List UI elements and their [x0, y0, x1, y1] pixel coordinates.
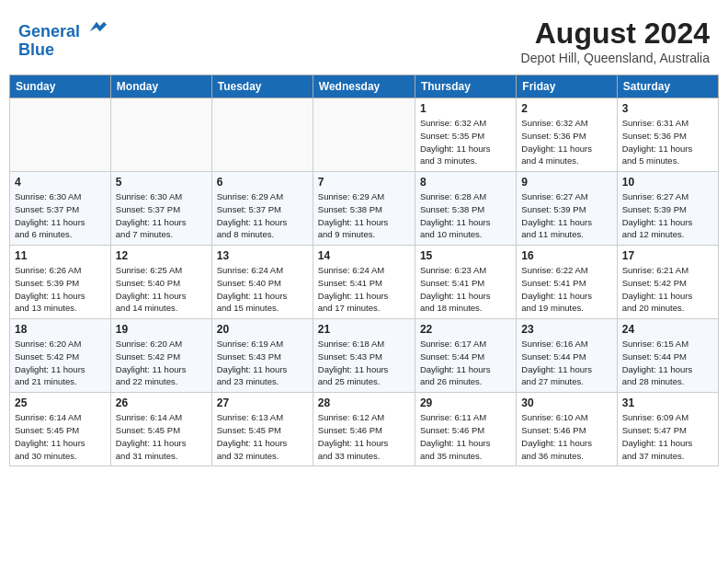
calendar-week-2: 4Sunrise: 6:30 AMSunset: 5:37 PMDaylight… — [10, 172, 719, 246]
weekday-header-thursday: Thursday — [415, 75, 516, 98]
day-number: 21 — [318, 323, 410, 336]
day-number: 24 — [622, 323, 713, 336]
day-number: 15 — [420, 249, 511, 262]
calendar-week-5: 25Sunrise: 6:14 AMSunset: 5:45 PMDayligh… — [10, 393, 719, 466]
day-info: Sunrise: 6:13 AMSunset: 5:45 PMDaylight:… — [217, 411, 308, 462]
calendar-cell: 19Sunrise: 6:20 AMSunset: 5:42 PMDayligh… — [110, 319, 211, 393]
calendar-cell: 11Sunrise: 6:26 AMSunset: 5:39 PMDayligh… — [10, 246, 111, 319]
calendar-cell: 24Sunrise: 6:15 AMSunset: 5:44 PMDayligh… — [617, 319, 718, 393]
day-info: Sunrise: 6:24 AMSunset: 5:40 PMDaylight:… — [217, 264, 308, 315]
logo-bird-icon — [86, 17, 107, 37]
calendar-cell: 5Sunrise: 6:30 AMSunset: 5:37 PMDaylight… — [110, 172, 211, 246]
weekday-header-friday: Friday — [517, 75, 617, 98]
calendar-cell: 14Sunrise: 6:24 AMSunset: 5:41 PMDayligh… — [313, 246, 415, 319]
calendar-cell: 17Sunrise: 6:21 AMSunset: 5:42 PMDayligh… — [617, 246, 718, 319]
day-info: Sunrise: 6:19 AMSunset: 5:43 PMDaylight:… — [217, 338, 308, 388]
day-info: Sunrise: 6:14 AMSunset: 5:45 PMDaylight:… — [116, 411, 207, 462]
weekday-header-wednesday: Wednesday — [313, 75, 415, 98]
day-number: 18 — [15, 323, 106, 336]
month-title: August 2024 — [521, 17, 710, 51]
day-info: Sunrise: 6:32 AMSunset: 5:36 PMDaylight:… — [521, 117, 611, 167]
day-number: 28 — [318, 396, 410, 409]
day-number: 10 — [622, 176, 713, 189]
day-info: Sunrise: 6:11 AMSunset: 5:46 PMDaylight:… — [420, 411, 511, 462]
calendar-cell: 9Sunrise: 6:27 AMSunset: 5:39 PMDaylight… — [517, 172, 617, 246]
calendar-cell — [110, 98, 211, 172]
weekday-header-tuesday: Tuesday — [211, 75, 313, 98]
day-number: 11 — [15, 249, 106, 262]
calendar-cell — [10, 98, 111, 172]
calendar-cell: 20Sunrise: 6:19 AMSunset: 5:43 PMDayligh… — [211, 319, 313, 393]
calendar-cell: 27Sunrise: 6:13 AMSunset: 5:45 PMDayligh… — [211, 393, 313, 466]
calendar-cell — [313, 98, 415, 172]
calendar-cell: 12Sunrise: 6:25 AMSunset: 5:40 PMDayligh… — [110, 246, 211, 319]
day-info: Sunrise: 6:15 AMSunset: 5:44 PMDaylight:… — [622, 338, 713, 388]
day-number: 30 — [521, 396, 611, 409]
day-number: 17 — [622, 249, 713, 262]
calendar-week-4: 18Sunrise: 6:20 AMSunset: 5:42 PMDayligh… — [10, 319, 719, 393]
day-number: 12 — [116, 249, 207, 262]
day-info: Sunrise: 6:14 AMSunset: 5:45 PMDaylight:… — [15, 411, 106, 462]
day-number: 19 — [116, 323, 207, 336]
calendar-cell: 18Sunrise: 6:20 AMSunset: 5:42 PMDayligh… — [10, 319, 111, 393]
calendar-week-1: 1Sunrise: 6:32 AMSunset: 5:35 PMDaylight… — [10, 98, 719, 172]
calendar-week-3: 11Sunrise: 6:26 AMSunset: 5:39 PMDayligh… — [10, 246, 719, 319]
day-number: 20 — [217, 323, 308, 336]
calendar-cell: 28Sunrise: 6:12 AMSunset: 5:46 PMDayligh… — [313, 393, 415, 466]
day-info: Sunrise: 6:32 AMSunset: 5:35 PMDaylight:… — [420, 117, 511, 167]
day-info: Sunrise: 6:22 AMSunset: 5:41 PMDaylight:… — [521, 264, 611, 315]
day-number: 26 — [116, 396, 207, 409]
day-info: Sunrise: 6:27 AMSunset: 5:39 PMDaylight:… — [622, 190, 713, 241]
day-number: 6 — [217, 176, 308, 189]
day-info: Sunrise: 6:09 AMSunset: 5:47 PMDaylight:… — [622, 411, 713, 462]
day-number: 16 — [521, 249, 611, 262]
weekday-header-monday: Monday — [110, 75, 211, 98]
day-number: 5 — [116, 176, 207, 189]
day-info: Sunrise: 6:29 AMSunset: 5:37 PMDaylight:… — [217, 190, 308, 241]
day-number: 3 — [622, 102, 713, 115]
day-info: Sunrise: 6:23 AMSunset: 5:41 PMDaylight:… — [420, 264, 511, 315]
day-info: Sunrise: 6:20 AMSunset: 5:42 PMDaylight:… — [116, 338, 207, 388]
calendar-cell: 3Sunrise: 6:31 AMSunset: 5:36 PMDaylight… — [617, 98, 718, 172]
weekday-header-sunday: Sunday — [10, 75, 111, 98]
calendar-cell: 22Sunrise: 6:17 AMSunset: 5:44 PMDayligh… — [415, 319, 516, 393]
day-info: Sunrise: 6:30 AMSunset: 5:37 PMDaylight:… — [15, 190, 106, 241]
day-info: Sunrise: 6:16 AMSunset: 5:44 PMDaylight:… — [521, 338, 611, 388]
day-info: Sunrise: 6:27 AMSunset: 5:39 PMDaylight:… — [521, 190, 611, 241]
calendar-cell: 26Sunrise: 6:14 AMSunset: 5:45 PMDayligh… — [110, 393, 211, 466]
calendar-cell: 13Sunrise: 6:24 AMSunset: 5:40 PMDayligh… — [211, 246, 313, 319]
day-number: 29 — [420, 396, 511, 409]
location-subtitle: Depot Hill, Queensland, Australia — [521, 51, 710, 65]
calendar-cell: 10Sunrise: 6:27 AMSunset: 5:39 PMDayligh… — [617, 172, 718, 246]
calendar-cell: 15Sunrise: 6:23 AMSunset: 5:41 PMDayligh… — [415, 246, 516, 319]
day-info: Sunrise: 6:18 AMSunset: 5:43 PMDaylight:… — [318, 338, 410, 388]
calendar-cell: 4Sunrise: 6:30 AMSunset: 5:37 PMDaylight… — [10, 172, 111, 246]
day-info: Sunrise: 6:30 AMSunset: 5:37 PMDaylight:… — [116, 190, 207, 241]
day-number: 8 — [420, 176, 511, 189]
day-number: 1 — [420, 102, 511, 115]
day-info: Sunrise: 6:28 AMSunset: 5:38 PMDaylight:… — [420, 190, 511, 241]
day-number: 4 — [15, 176, 106, 189]
calendar-cell: 16Sunrise: 6:22 AMSunset: 5:41 PMDayligh… — [517, 246, 617, 319]
calendar-cell: 8Sunrise: 6:28 AMSunset: 5:38 PMDaylight… — [415, 172, 516, 246]
calendar-cell — [211, 98, 313, 172]
day-info: Sunrise: 6:24 AMSunset: 5:41 PMDaylight:… — [318, 264, 410, 315]
day-number: 14 — [318, 249, 410, 262]
day-info: Sunrise: 6:17 AMSunset: 5:44 PMDaylight:… — [420, 338, 511, 388]
calendar-cell: 31Sunrise: 6:09 AMSunset: 5:47 PMDayligh… — [617, 393, 718, 466]
day-number: 31 — [622, 396, 713, 409]
day-info: Sunrise: 6:31 AMSunset: 5:36 PMDaylight:… — [622, 117, 713, 167]
day-number: 7 — [318, 176, 410, 189]
day-info: Sunrise: 6:12 AMSunset: 5:46 PMDaylight:… — [318, 411, 410, 462]
calendar-cell: 7Sunrise: 6:29 AMSunset: 5:38 PMDaylight… — [313, 172, 415, 246]
day-number: 2 — [521, 102, 611, 115]
day-info: Sunrise: 6:29 AMSunset: 5:38 PMDaylight:… — [318, 190, 410, 241]
title-block: August 2024 Depot Hill, Queensland, Aust… — [521, 17, 710, 65]
logo: General Blue — [18, 17, 107, 60]
page-header: General Blue August 2024 Depot Hill, Que… — [9, 9, 719, 69]
day-info: Sunrise: 6:26 AMSunset: 5:39 PMDaylight:… — [15, 264, 106, 315]
day-info: Sunrise: 6:21 AMSunset: 5:42 PMDaylight:… — [622, 264, 713, 315]
day-info: Sunrise: 6:25 AMSunset: 5:40 PMDaylight:… — [116, 264, 207, 315]
day-number: 22 — [420, 323, 511, 336]
calendar-cell: 1Sunrise: 6:32 AMSunset: 5:35 PMDaylight… — [415, 98, 516, 172]
